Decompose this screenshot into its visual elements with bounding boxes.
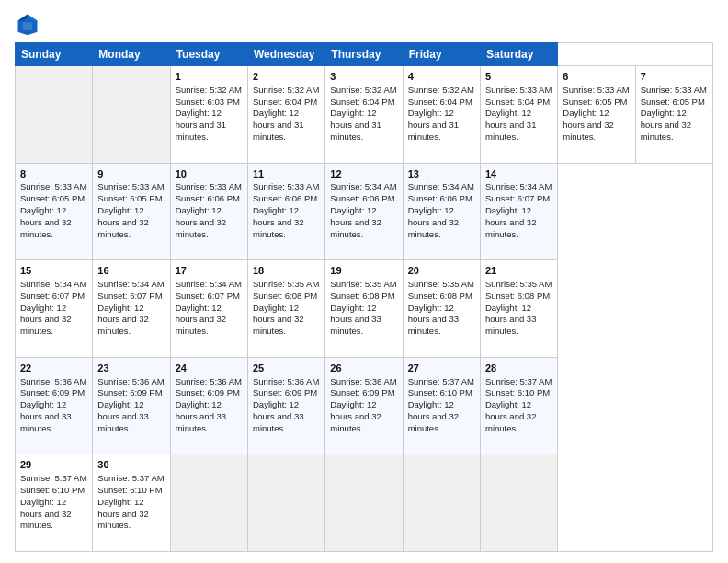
calendar-empty-cell [93, 66, 170, 164]
calendar-weekday-wednesday: Wednesday [247, 43, 324, 66]
calendar-header-row: SundayMondayTuesdayWednesdayThursdayFrid… [16, 43, 713, 66]
day-number: 10 [176, 167, 243, 181]
calendar-week-row: 22Sunrise: 5:36 AMSunset: 6:09 PMDayligh… [16, 357, 713, 454]
day-number: 3 [330, 70, 397, 84]
calendar-week-row: 1Sunrise: 5:32 AMSunset: 6:03 PMDaylight… [16, 66, 713, 164]
day-number: 25 [253, 362, 320, 375]
calendar-day-cell: 11Sunrise: 5:33 AMSunset: 6:06 PMDayligh… [247, 163, 324, 260]
calendar-day-cell: 28Sunrise: 5:37 AMSunset: 6:10 PMDayligh… [480, 357, 557, 454]
calendar-weekday-sunday: Sunday [16, 43, 93, 66]
day-number: 15 [20, 264, 87, 278]
calendar-week-row: 15Sunrise: 5:34 AMSunset: 6:07 PMDayligh… [16, 260, 713, 358]
day-number: 16 [97, 264, 165, 278]
calendar-day-cell: 6Sunrise: 5:33 AMSunset: 6:05 PMDaylight… [558, 66, 635, 164]
svg-rect-3 [23, 22, 33, 30]
day-number: 28 [485, 362, 552, 375]
day-number: 12 [330, 167, 397, 181]
day-number: 7 [641, 70, 708, 84]
calendar-day-cell: 10Sunrise: 5:33 AMSunset: 6:06 PMDayligh… [170, 163, 247, 260]
day-number: 9 [97, 167, 165, 181]
calendar-day-cell: 29Sunrise: 5:37 AMSunset: 6:10 PMDayligh… [16, 454, 93, 552]
day-number: 26 [330, 362, 397, 375]
day-number: 14 [485, 167, 552, 181]
logo-icon [15, 11, 40, 37]
day-number: 2 [253, 70, 320, 84]
day-number: 11 [253, 167, 320, 181]
calendar-weekday-tuesday: Tuesday [170, 43, 247, 66]
calendar-day-cell: 17Sunrise: 5:34 AMSunset: 6:07 PMDayligh… [170, 260, 247, 358]
calendar-day-cell: 7Sunrise: 5:33 AMSunset: 6:05 PMDaylight… [635, 66, 712, 164]
calendar-day-cell: 30Sunrise: 5:37 AMSunset: 6:10 PMDayligh… [93, 454, 170, 552]
day-number: 6 [563, 70, 630, 84]
calendar-day-cell: 20Sunrise: 5:35 AMSunset: 6:08 PMDayligh… [403, 260, 480, 358]
calendar-day-cell: 18Sunrise: 5:35 AMSunset: 6:08 PMDayligh… [247, 260, 324, 358]
calendar-week-row: 29Sunrise: 5:37 AMSunset: 6:10 PMDayligh… [16, 454, 713, 552]
day-number: 22 [20, 362, 87, 375]
calendar-day-cell: 3Sunrise: 5:32 AMSunset: 6:04 PMDaylight… [325, 66, 403, 164]
calendar-day-cell: 21Sunrise: 5:35 AMSunset: 6:08 PMDayligh… [480, 260, 557, 358]
day-number: 18 [253, 264, 320, 278]
day-number: 5 [485, 70, 552, 84]
calendar-day-cell: 25Sunrise: 5:36 AMSunset: 6:09 PMDayligh… [247, 357, 324, 454]
day-number: 20 [408, 264, 475, 278]
day-number: 24 [176, 362, 243, 375]
day-number: 21 [485, 264, 552, 278]
calendar-day-cell: 9Sunrise: 5:33 AMSunset: 6:05 PMDaylight… [93, 163, 170, 260]
calendar-day-cell: 2Sunrise: 5:32 AMSunset: 6:04 PMDaylight… [247, 66, 324, 164]
calendar-day-cell: 27Sunrise: 5:37 AMSunset: 6:10 PMDayligh… [403, 357, 480, 454]
page: SundayMondayTuesdayWednesdayThursdayFrid… [0, 0, 728, 563]
calendar-day-cell: 26Sunrise: 5:36 AMSunset: 6:09 PMDayligh… [325, 357, 403, 454]
day-number: 23 [97, 362, 165, 375]
calendar-day-cell: 22Sunrise: 5:36 AMSunset: 6:09 PMDayligh… [16, 357, 93, 454]
calendar-weekday-thursday: Thursday [325, 43, 403, 66]
calendar-day-cell: 8Sunrise: 5:33 AMSunset: 6:05 PMDaylight… [16, 163, 93, 260]
day-number: 13 [408, 167, 475, 181]
calendar-day-cell: 1Sunrise: 5:32 AMSunset: 6:03 PMDaylight… [170, 66, 247, 164]
calendar-empty-cell [16, 66, 93, 164]
day-number: 19 [330, 264, 397, 278]
logo [15, 11, 44, 37]
calendar-day-cell: 19Sunrise: 5:35 AMSunset: 6:08 PMDayligh… [325, 260, 403, 358]
calendar-empty-cell [325, 454, 403, 552]
day-number: 1 [176, 70, 243, 84]
calendar-empty-cell [247, 454, 324, 552]
calendar-day-cell: 5Sunrise: 5:33 AMSunset: 6:04 PMDaylight… [480, 66, 557, 164]
calendar-day-cell: 24Sunrise: 5:36 AMSunset: 6:09 PMDayligh… [170, 357, 247, 454]
day-number: 17 [176, 264, 243, 278]
calendar-weekday-saturday: Saturday [480, 43, 557, 66]
calendar-weekday-friday: Friday [403, 43, 480, 66]
calendar-day-cell: 14Sunrise: 5:34 AMSunset: 6:07 PMDayligh… [480, 163, 557, 260]
calendar-day-cell: 13Sunrise: 5:34 AMSunset: 6:06 PMDayligh… [403, 163, 480, 260]
day-number: 4 [408, 70, 475, 84]
day-number: 27 [408, 362, 475, 375]
day-number: 29 [20, 458, 87, 472]
day-number: 8 [20, 167, 87, 181]
calendar-week-row: 8Sunrise: 5:33 AMSunset: 6:05 PMDaylight… [16, 163, 713, 260]
calendar-empty-cell [170, 454, 247, 552]
calendar-empty-cell [480, 454, 557, 552]
calendar-day-cell: 15Sunrise: 5:34 AMSunset: 6:07 PMDayligh… [16, 260, 93, 358]
calendar-table: SundayMondayTuesdayWednesdayThursdayFrid… [15, 42, 713, 552]
calendar-empty-cell [403, 454, 480, 552]
calendar-day-cell: 16Sunrise: 5:34 AMSunset: 6:07 PMDayligh… [93, 260, 170, 358]
calendar-day-cell: 12Sunrise: 5:34 AMSunset: 6:06 PMDayligh… [325, 163, 403, 260]
calendar-weekday-monday: Monday [93, 43, 170, 66]
day-number: 30 [97, 458, 165, 472]
header [15, 11, 713, 37]
calendar-day-cell: 4Sunrise: 5:32 AMSunset: 6:04 PMDaylight… [403, 66, 480, 164]
calendar-day-cell: 23Sunrise: 5:36 AMSunset: 6:09 PMDayligh… [93, 357, 170, 454]
